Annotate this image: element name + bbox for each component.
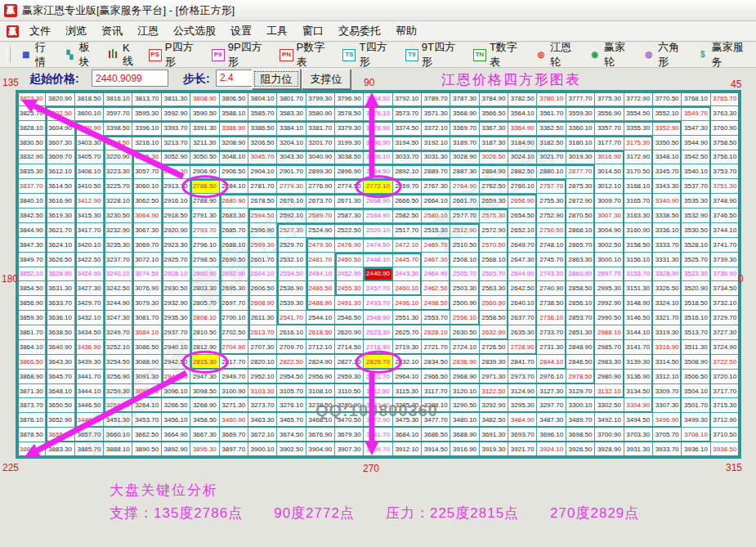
grid-cell: 3460.90: [220, 413, 248, 428]
grid-cell: 3352.90: [653, 121, 682, 136]
toolbar-item-8[interactable]: TNT数字表: [468, 38, 530, 71]
toolbar-item-12[interactable]: $赢家服务: [692, 38, 756, 71]
grid-cell: 3177.70: [595, 136, 624, 150]
toolbar-item-label: T数字表: [490, 40, 526, 69]
grid-cell: 3340.90: [653, 194, 682, 208]
grid-cell: 3496.90: [653, 413, 682, 428]
grid-cell: 3309.70: [653, 384, 682, 399]
grid-cell: 3151.30: [624, 281, 653, 296]
grid-cell: 3388.90: [220, 121, 248, 136]
grid-cell: 3566.50: [480, 106, 508, 121]
toolbar-item-label: 六角形: [658, 40, 687, 69]
grid-cell: 3693.70: [508, 428, 537, 442]
analysis-title: 大盘关键位分析: [110, 481, 218, 500]
grid-cell: 3684.10: [393, 428, 422, 442]
grid-cell: 3060.10: [132, 179, 161, 194]
grid-cell: 3859.30: [17, 311, 46, 325]
resistance-button[interactable]: 阻力位: [252, 69, 301, 89]
grid-cell: 2949.70: [220, 370, 248, 384]
toolbar-item-3[interactable]: PSP四方形: [144, 38, 207, 71]
grid-cell: 3640.90: [46, 340, 74, 355]
toolbar-item-2[interactable]: K线: [103, 40, 144, 70]
grid-cell: 3823.30: [17, 92, 46, 106]
grid-cell: 2750.50: [537, 223, 566, 238]
title-bar: 赢 赢家江恩专业版[赢家服务平台] - [价格正方形]: [0, 0, 756, 21]
grid-cell: 3254.50: [104, 355, 132, 370]
grid-cell: 3820.90: [46, 92, 74, 106]
grid-cell: 3890.50: [132, 442, 161, 457]
grid-cell: 3376.90: [364, 121, 392, 136]
grid-cell: 3638.50: [46, 325, 74, 340]
grid-cell: 2901.70: [277, 164, 306, 179]
grid-cell: 2558.50: [480, 311, 508, 325]
grid-cell: 2822.50: [277, 355, 306, 370]
toolbar-item-7[interactable]: T99T四方形: [400, 38, 468, 71]
grid-cell: 3861.70: [17, 325, 46, 340]
grid-cell: 3129.70: [566, 384, 595, 399]
grid-cell: 3794.50: [364, 92, 392, 106]
grid-cell: 3043.30: [277, 150, 306, 165]
grid-cell: 2582.50: [393, 208, 422, 223]
grid-cell: 2716.90: [364, 340, 392, 355]
grid-cell: 2724.10: [450, 340, 479, 355]
start-price-input[interactable]: [92, 69, 168, 87]
grid-cell: 2642.50: [508, 281, 537, 296]
grid-cell: 3734.50: [711, 281, 740, 296]
grid-cell: 2625.70: [393, 325, 422, 340]
grid-cell: 3825.70: [17, 106, 46, 121]
toolbar-item-0[interactable]: ▦行情: [16, 38, 60, 71]
grid-cell: 2824.90: [306, 355, 335, 370]
grid-cell: 3506.50: [682, 370, 710, 384]
toolbar-item-1[interactable]: ▚板块: [59, 38, 103, 71]
grid-cell: 3681.70: [364, 428, 392, 442]
grid-cell: 2743.30: [537, 267, 566, 282]
toolbar-item-10[interactable]: ◉赢家轮: [584, 38, 638, 71]
grid-cell: 3117.70: [422, 384, 450, 399]
grid-cell: 2875.30: [566, 179, 595, 194]
toolbar-item-11[interactable]: ◎六角形: [638, 38, 692, 71]
toolbar: ▦行情▚板块K线PSP四方形P99P四方形PNP数字表TST四方形T99T四方形…: [0, 43, 756, 68]
toolbar-item-4[interactable]: P99P四方形: [207, 38, 275, 71]
grid-cell: 3196.90: [364, 136, 392, 150]
grid-cell: 3410.50: [75, 179, 104, 194]
grid-cell: 3708.10: [682, 428, 710, 442]
grid-cell: 2892.10: [393, 164, 422, 179]
grid-cell: 2637.70: [508, 311, 537, 325]
grid-cell: 3813.70: [132, 92, 161, 106]
toolbar-item-6[interactable]: TST四方形: [338, 38, 400, 71]
grid-cell: 3319.30: [653, 325, 682, 340]
grid-cell: 3350.50: [653, 136, 682, 150]
grid-cell: 3405.70: [75, 150, 104, 165]
grid-cell: 2781.70: [248, 179, 277, 194]
grid-cell: 3456.10: [162, 413, 190, 428]
support-button[interactable]: 支撑位: [302, 69, 351, 89]
analysis-segment-3: 270度2829点: [550, 504, 639, 522]
grid-cell: 3168.10: [624, 179, 653, 194]
grid-cell: 3115.30: [393, 384, 422, 399]
degree-label-45: 45: [731, 78, 741, 90]
grid-cell: 2793.70: [190, 223, 219, 238]
grid-cell: 3148.90: [624, 296, 653, 311]
grid-cell: 3302.50: [595, 398, 624, 413]
grid-cell: 3206.50: [248, 136, 277, 150]
grid-cell: 3324.10: [653, 296, 682, 311]
grid-cell: 3842.50: [17, 208, 46, 223]
grid-cell: 3525.70: [682, 253, 710, 267]
grid-cell: 3628.90: [46, 267, 74, 282]
grid-cell: 3830.50: [17, 136, 46, 150]
grid-cell: 3141.70: [624, 340, 653, 355]
grid-cell: 3837.70: [17, 179, 46, 194]
grid-cell: 3739.30: [711, 253, 740, 267]
grid-cell: 2817.70: [220, 355, 248, 370]
grid-cell: 3487.30: [537, 413, 566, 428]
toolbar-item-5[interactable]: PNP数字表: [275, 38, 338, 71]
grid-cell: 3055.30: [132, 150, 161, 165]
grid-cell: 3326.50: [653, 281, 682, 296]
grid-cell: 2728.90: [508, 340, 537, 355]
grid-cell: 3532.90: [682, 208, 710, 223]
step-label: 步长:: [183, 72, 210, 87]
grid-cell: 2839.30: [480, 355, 508, 370]
toolbar-item-9[interactable]: ◎江恩轮: [530, 38, 584, 71]
grid-cell: 2476.90: [335, 238, 364, 253]
grid-cell: 3576.10: [364, 106, 392, 121]
